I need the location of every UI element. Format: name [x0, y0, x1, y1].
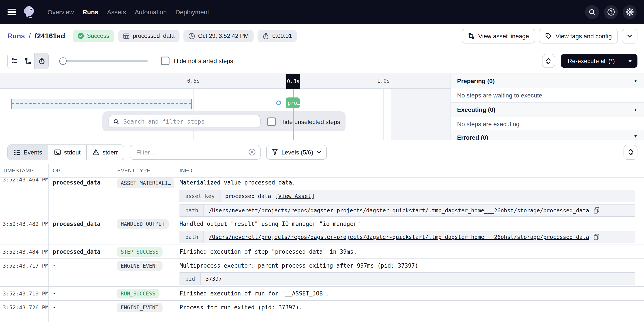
clock-icon — [188, 32, 195, 39]
menu-icon[interactable] — [0, 0, 16, 24]
help-icon[interactable] — [604, 5, 618, 19]
panel-section-errored[interactable]: Errored (0) ▼ — [451, 131, 644, 140]
event-op: - — [49, 259, 113, 286]
gantt-cursor-line — [293, 89, 294, 140]
event-message: Materialized value processed_data. — [180, 179, 635, 186]
table-row: 3:52:43.719 PM - RUN_SUCCESS Finished ex… — [0, 287, 644, 301]
gantt-waiting-span[interactable] — [11, 99, 192, 109]
reexecute-all-label: Re-execute all (*) — [561, 54, 622, 68]
status-label: Success — [87, 33, 109, 39]
panel-section-body: No steps are executing — [451, 117, 644, 131]
gantt-after-run-shade — [391, 89, 450, 140]
col-event-type: EVENT TYPE — [113, 164, 174, 177]
view-asset-lineage-button[interactable]: View asset lineage — [462, 28, 535, 43]
hide-not-started-checkbox[interactable] — [161, 57, 170, 65]
metadata-value: 37397 — [206, 275, 222, 282]
levels-dropdown[interactable]: Levels (5/6) — [266, 145, 327, 160]
nav-item-deployment[interactable]: Deployment — [176, 8, 209, 15]
search-icon[interactable] — [585, 5, 599, 19]
event-message: Multiprocess executor: parent process ex… — [180, 262, 635, 269]
view-tags-config-label: View tags and config — [556, 32, 612, 39]
gantt-zoom-slider[interactable] — [60, 57, 148, 65]
metadata-row: path /Users/neverett/projects/repos/dags… — [180, 231, 635, 243]
start-time-label: Oct 29, 3:52:42 PM — [198, 33, 249, 39]
event-op: - — [49, 287, 113, 300]
expand-logs-button[interactable] — [624, 145, 638, 160]
nav-item-automation[interactable]: Automation — [135, 8, 167, 15]
panel-section-preparing[interactable]: Preparing (0) ▼ — [451, 74, 644, 88]
panel-section-title: Preparing (0) — [457, 77, 495, 84]
table-row: 3:52:43.484 PM processed_data STEP_SUCCE… — [0, 245, 644, 259]
table-header: TIMESTAMP OP EVENT TYPE INFO — [0, 164, 644, 177]
view-tags-config-button[interactable]: View tags and config — [539, 28, 618, 43]
log-filter-box — [130, 145, 260, 160]
col-info: INFO — [174, 164, 644, 177]
step-status-panel: Preparing (0) ▼ No steps are waiting to … — [450, 74, 644, 140]
steps-search-input[interactable] — [122, 118, 256, 125]
bracket: [ — [274, 193, 278, 199]
terminal-icon — [54, 149, 61, 156]
event-message: Process for run exited (pid: 37397). — [180, 304, 635, 311]
metadata-row: path /Users/neverett/projects/repos/dags… — [180, 204, 635, 217]
event-list-icon — [14, 149, 20, 156]
tab-events[interactable]: Events — [8, 145, 48, 160]
gantt-step-bar[interactable]: pro… — [286, 97, 300, 108]
chevron-down-icon — [317, 151, 321, 154]
slider-track[interactable] — [60, 60, 148, 62]
waterfall-view-icon[interactable] — [21, 53, 35, 69]
hide-not-started-label: Hide not started steps — [174, 57, 233, 64]
gridline — [384, 89, 384, 140]
dagster-logo-icon[interactable] — [21, 4, 36, 19]
levels-label: Levels (5/6) — [282, 149, 313, 156]
steps-search-box — [108, 115, 260, 128]
copy-icon[interactable] — [594, 234, 600, 240]
tab-stderr[interactable]: stderr — [87, 145, 124, 160]
table-row: 3:52:43.464 PM processed_data ASSET_MATE… — [0, 177, 644, 217]
event-type-badge: RUN_SUCCESS — [117, 289, 159, 299]
event-timestamp: 3:52:43.484 PM — [0, 245, 49, 258]
stopwatch-icon — [262, 32, 269, 39]
events-toolbar: Events stdout stderr Levels (5/6) — [0, 140, 644, 164]
collapse-caret-icon: ▼ — [634, 134, 638, 138]
view-asset-link[interactable]: View Asset — [278, 193, 311, 199]
event-op: - — [49, 301, 113, 322]
event-message: Finished execution of step "processed_da… — [180, 248, 635, 255]
nav-item-assets[interactable]: Assets — [107, 8, 126, 15]
flat-view-icon[interactable] — [8, 53, 21, 69]
event-type-badge: HANDLED_OUTPUT — [117, 219, 169, 229]
gantt-waiting-dash — [12, 103, 191, 104]
asset-chip-label: processed_data — [133, 33, 174, 39]
tab-stdout[interactable]: stdout — [48, 145, 87, 160]
nav-item-runs[interactable]: Runs — [82, 8, 98, 15]
event-message: Finished execution of run for "__ASSET_J… — [180, 290, 635, 297]
steps-filter-panel: Hide unselected steps — [102, 111, 346, 131]
storage-path-link[interactable]: /Users/neverett/projects/repos/dagster-p… — [209, 207, 589, 214]
slider-handle[interactable] — [59, 57, 67, 65]
storage-path-link[interactable]: /Users/neverett/projects/repos/dagster-p… — [209, 234, 589, 240]
status-badge: Success — [72, 30, 114, 42]
expand-panel-button[interactable] — [542, 54, 555, 68]
run-actions-menu-button[interactable] — [622, 28, 638, 43]
panel-section-title: Executing (0) — [457, 106, 496, 113]
warning-triangle-icon — [92, 149, 99, 156]
reexecute-dropdown-button[interactable] — [622, 54, 638, 68]
reexecute-all-button[interactable]: Re-execute all (*) — [561, 54, 638, 68]
view-asset-lineage-label: View asset lineage — [478, 32, 529, 39]
metadata-value: processed_data — [225, 193, 271, 199]
panel-section-executing[interactable]: Executing (0) ▼ — [451, 103, 644, 117]
panel-section-title: Errored (0) — [457, 134, 488, 140]
gantt-step-marker[interactable] — [276, 101, 281, 105]
clear-filter-icon[interactable] — [248, 148, 256, 156]
main-nav: Overview Runs Assets Automation Deployme… — [48, 8, 209, 15]
copy-icon[interactable] — [594, 207, 600, 214]
hide-unselected-checkbox[interactable] — [267, 118, 276, 126]
breadcrumb-runs-link[interactable]: Runs — [8, 32, 25, 40]
settings-gear-icon[interactable] — [623, 5, 636, 19]
nav-item-overview[interactable]: Overview — [48, 8, 74, 15]
asset-chip[interactable]: processed_data — [118, 30, 179, 42]
log-filter-input[interactable] — [136, 148, 245, 156]
sort-vertical-icon — [546, 58, 551, 64]
tab-stdout-label: stdout — [64, 149, 80, 156]
timed-view-icon[interactable] — [35, 53, 48, 69]
events-table: TIMESTAMP OP EVENT TYPE INFO 3:52:43.464… — [0, 164, 644, 322]
